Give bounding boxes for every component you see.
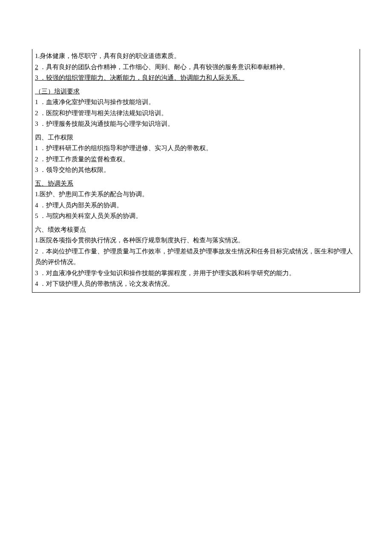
line-text: ．与院内相关科室人员关系的协调。 [38, 212, 142, 219]
text-line: 3 ．领导交给的其他权限。 [35, 165, 357, 176]
line-text: ．本岗位护理工作量、护理质量与工作效率，护理差错及护理事故发生情况和任务目标完成… [35, 248, 353, 266]
line-text: ．护理服务技能及沟通技能与心理学知识培训。 [38, 120, 174, 127]
text-line: 3 ．对血液净化护理学专业知识和操作技能的掌握程度，并用于护理实践和科学研究的能… [35, 268, 357, 279]
text-line: 2 ．护理工作质量的监督检查权。 [35, 154, 357, 165]
line-text: 医院各项指令贯彻执行情况，各种医疗规章制度执行、检查与落实情况。 [40, 237, 244, 244]
line-number: 3 [35, 120, 38, 127]
text-line: （三）培训要求 [35, 86, 357, 97]
text-line: 1 ．护理科研工作的组织指导和护理进修、实习人员的带教权。 [35, 143, 357, 154]
line-text: ．较强的组织管理能力、决断能力，良好的沟通、协调能力和人际关系。 [38, 74, 245, 81]
line-number: 2 [35, 110, 38, 116]
text-line: 5 ．与院内相关科室人员关系的协调。 [35, 211, 357, 222]
line-number: 1. [35, 52, 40, 59]
line-number: 3 [35, 270, 38, 276]
text-line: 四、工作权限 [35, 132, 357, 143]
text-line: 2 ．本岗位护理工作量、护理质量与工作效率，护理差错及护理事故发生情况和任务目标… [35, 246, 357, 268]
line-text: ．具有良好的团队合作精神，工作细心、周到、耐心，具有较强的服务意识和奉献精神。 [38, 64, 289, 70]
text-line: 4 ．护理人员内部关系的协调。 [35, 200, 357, 211]
text-line: 1.医院各项指令贯彻执行情况，各种医疗规章制度执行、检查与落实情况。 [35, 235, 357, 246]
line-text: ．护理工作质量的监督检查权。 [38, 156, 130, 163]
text-line: 3 ．护理服务技能及沟通技能与心理学知识培训。 [35, 119, 357, 130]
line-number: 4 [35, 202, 38, 209]
document-page: 1.身体健康，恪尽职守，具有良好的职业道德素质。2 ．具有良好的团队合作精神，工… [0, 49, 392, 555]
line-text: ．对血液净化护理学专业知识和操作技能的掌握程度，并用于护理实践和科学研究的能力。 [38, 270, 296, 276]
line-text: 医护、护患间工作关系的配合与协调。 [40, 191, 148, 198]
line-number: 2 [35, 156, 38, 163]
line-text: ．护理科研工作的组织指导和护理进修、实习人员的带教权。 [38, 145, 213, 151]
line-text: 五、协调关系 [35, 180, 73, 187]
line-text: ．领导交给的其他权限。 [38, 166, 110, 173]
line-number: 3 [35, 166, 38, 173]
line-number: 5 [35, 212, 38, 219]
line-number: 1 [35, 145, 38, 151]
line-number: 2 [35, 248, 38, 255]
line-number: 1. [35, 237, 40, 244]
line-text: 身体健康，恪尽职守，具有良好的职业道德素质。 [40, 52, 180, 59]
text-line: 1.身体健康，恪尽职守，具有良好的职业道德素质。 [35, 51, 357, 62]
text-line: 1.医护、护患间工作关系的配合与协调。 [35, 189, 357, 200]
text-line: 五、协调关系 [35, 178, 357, 189]
text-line: 3 ．较强的组织管理能力、决断能力，良好的沟通、协调能力和人际关系。 [35, 73, 357, 84]
line-number: 4 [35, 280, 38, 287]
text-line: 六、绩效考核要点 [35, 224, 357, 235]
line-text: 四、工作权限 [35, 134, 73, 141]
text-line: 1 ．血液净化室护理知识与操作技能培训。 [35, 97, 357, 108]
text-line: 2 ．医院和护理管理与相关法律法规知识培训。 [35, 108, 357, 119]
line-number: 3 [35, 74, 38, 81]
line-text: ．血液净化室护理知识与操作技能培训。 [38, 99, 155, 105]
text-line: 2 ．具有良好的团队合作精神，工作细心、周到、耐心，具有较强的服务意识和奉献精神… [35, 62, 357, 73]
line-number: 1 [35, 99, 38, 105]
line-text: （三）培训要求 [35, 88, 80, 95]
line-text: ．医院和护理管理与相关法律法规知识培训。 [38, 110, 168, 116]
text-line: 4 ．对下级护理人员的带教情况，论文发表情况。 [35, 279, 357, 290]
line-number: 2 [35, 64, 38, 70]
line-text: 六、绩效考核要点 [35, 226, 86, 233]
content-box: 1.身体健康，恪尽职守，具有良好的职业道德素质。2 ．具有良好的团队合作精神，工… [32, 49, 360, 293]
line-number: 1. [35, 191, 40, 198]
line-text: ．护理人员内部关系的协调。 [38, 202, 123, 209]
line-text: ．对下级护理人员的带教情况，论文发表情况。 [38, 280, 174, 287]
